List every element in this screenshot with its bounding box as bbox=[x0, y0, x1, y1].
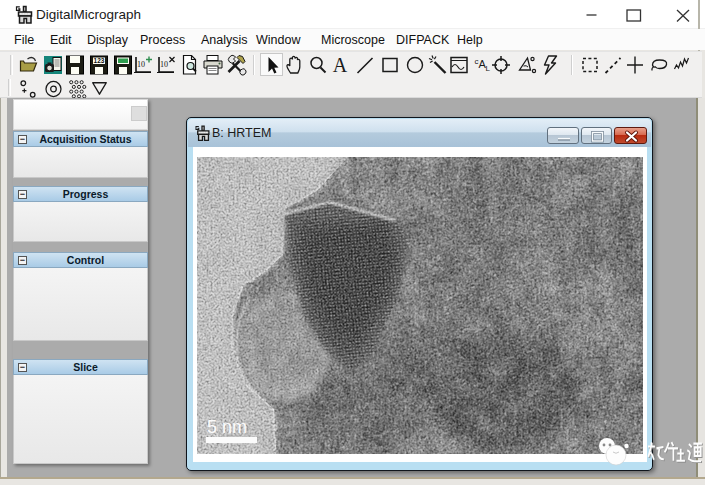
svg-text:10: 10 bbox=[160, 60, 168, 69]
svg-text:A: A bbox=[333, 54, 348, 76]
svg-text:10: 10 bbox=[137, 60, 145, 69]
svg-text:123: 123 bbox=[94, 57, 105, 64]
